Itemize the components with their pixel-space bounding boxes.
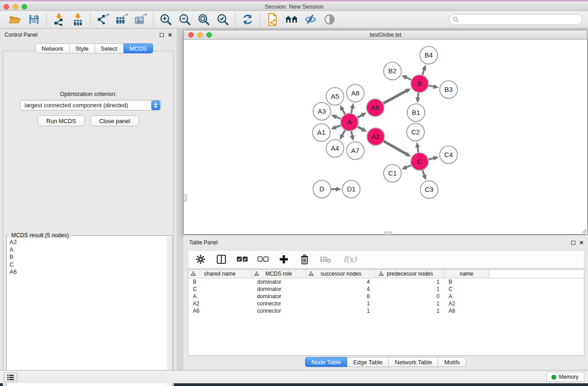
panel-divider[interactable] (177, 29, 183, 370)
mcds-result-item[interactable]: B (10, 253, 167, 261)
tab-network-table[interactable]: Network Table (389, 357, 438, 367)
graph-node-label: A2 (372, 133, 380, 140)
criterion-dropdown[interactable]: largest connected component (directed) (20, 100, 161, 110)
column-header-successor-nodes[interactable]: successor nodes (306, 270, 376, 278)
graph-node-A7[interactable]: A7 (347, 142, 364, 160)
show-panels-menu-button[interactable] (4, 372, 17, 382)
column-header-name[interactable]: name (444, 270, 489, 278)
import-table-button[interactable] (70, 12, 86, 27)
split-view-button[interactable] (215, 253, 227, 265)
tab-motifs[interactable]: Motifs (438, 357, 466, 367)
memory-label: Memory (559, 374, 578, 380)
mcds-result-item[interactable]: A6 (10, 268, 167, 276)
graph-node-A5[interactable]: A5 (326, 88, 344, 105)
network-canvas[interactable]: B4B2BB3A8A5A6A3B1AA1C2A2A4A7C4CC1C3DD1 (184, 40, 587, 234)
tab-network[interactable]: Network (35, 43, 70, 53)
export-image-button[interactable] (133, 12, 148, 27)
float-table-panel-icon[interactable] (571, 241, 575, 245)
search-container (449, 14, 583, 25)
table-settings-button[interactable] (195, 253, 206, 265)
graph-node-C[interactable]: C (411, 153, 429, 171)
graph-node-C2[interactable]: C2 (407, 124, 425, 141)
graph-node-A6[interactable]: A6 (367, 99, 384, 117)
zoom-out-button[interactable] (177, 12, 192, 27)
table-panel: Table Panel × (183, 235, 588, 370)
table-row[interactable]: A6connector11A6 (188, 307, 584, 315)
refresh-button[interactable] (240, 12, 255, 27)
export-network-button[interactable] (95, 12, 110, 27)
graph-node-C3[interactable]: C3 (421, 181, 438, 199)
column-header-shared-name[interactable]: shared name (188, 270, 252, 278)
close-table-panel-icon[interactable]: × (579, 240, 583, 245)
result-scrollbar[interactable] (167, 236, 172, 386)
column-header-MCDS-role[interactable]: MCDS role (252, 270, 306, 278)
graph-node-B1[interactable]: B1 (407, 104, 425, 122)
status-bar: Memory (0, 370, 588, 383)
graph-node-C1[interactable]: C1 (384, 165, 402, 182)
table-cell: C (444, 286, 489, 292)
graph-node-A8[interactable]: A8 (347, 85, 364, 102)
function-builder-button[interactable]: f(x) (340, 253, 359, 265)
hide-details-button[interactable] (303, 12, 318, 27)
tab-select[interactable]: Select (95, 43, 124, 53)
delete-columns-button[interactable] (299, 253, 311, 265)
bottom-splitter-grip[interactable] (385, 232, 392, 235)
graph-node-label: C3 (425, 186, 433, 193)
graph-node-D1[interactable]: D1 (343, 181, 360, 198)
table-panel-header: Table Panel × (183, 235, 588, 247)
network-from-clipboard-button[interactable] (265, 12, 280, 27)
resize-grip-icon[interactable] (580, 227, 587, 234)
criterion-value: largest connected component (directed) (20, 102, 151, 109)
mcds-result-item[interactable]: A2 (10, 238, 167, 246)
home-layout-button[interactable] (284, 12, 299, 27)
select-all-button[interactable] (236, 253, 248, 265)
column-header-predecessor-nodes[interactable]: predecessor nodes (376, 270, 444, 278)
open-file-button[interactable] (7, 12, 23, 27)
float-panel-icon[interactable] (160, 33, 164, 37)
zoom-fit-icon (197, 13, 210, 26)
graph-node-A1[interactable]: A1 (313, 124, 330, 142)
search-input[interactable] (449, 14, 583, 25)
zoom-out-icon (178, 13, 191, 26)
memory-button[interactable]: Memory (546, 372, 584, 382)
zoom-fit-button[interactable] (196, 12, 211, 27)
zoom-in-button[interactable] (158, 12, 173, 27)
run-mcds-button[interactable]: Run MCDS (38, 115, 85, 126)
export-table-button[interactable] (114, 12, 129, 27)
mcds-result-item[interactable]: C (10, 261, 167, 269)
add-column-button[interactable] (278, 253, 290, 265)
graph-node-A[interactable]: A (341, 114, 359, 131)
table-cell: dominator (252, 286, 306, 292)
table-row[interactable]: Bdominator41B (188, 278, 584, 286)
close-panel-icon[interactable]: × (168, 33, 172, 37)
left-splitter-grip[interactable] (183, 194, 186, 201)
tab-mcds[interactable]: MCDS (124, 43, 153, 53)
table-row[interactable]: Cdominator41C (188, 286, 584, 293)
graph-node-A2[interactable]: A2 (367, 128, 385, 146)
deselect-all-button[interactable] (257, 253, 269, 265)
close-panel-button[interactable]: Close panel (91, 115, 139, 126)
show-graphics-details-button[interactable] (322, 12, 337, 27)
network-window-titlebar[interactable]: testGlobe.txt (184, 30, 587, 40)
zoom-in-icon (159, 13, 172, 26)
table-row[interactable]: Adominator80A (188, 293, 584, 300)
graph-node-B2[interactable]: B2 (384, 62, 402, 80)
save-session-button[interactable] (26, 12, 42, 27)
import-network-button[interactable] (51, 12, 67, 27)
graph-node-A4[interactable]: A4 (326, 140, 344, 157)
graph-node-C4[interactable]: C4 (440, 146, 458, 164)
graph-node-D[interactable]: D (313, 181, 331, 198)
tab-node-table[interactable]: Node Table (305, 357, 348, 367)
table-row[interactable]: A2connector11A2 (188, 300, 584, 307)
tab-style[interactable]: Style (70, 43, 95, 53)
zoom-selected-button[interactable] (215, 12, 230, 27)
graph-node-A3[interactable]: A3 (313, 103, 331, 120)
graph-node-label: C (417, 157, 422, 165)
mcds-result-item[interactable]: A (10, 246, 167, 254)
graph-node-B3[interactable]: B3 (440, 81, 458, 99)
table-cell: A (188, 293, 252, 300)
graph-node-B[interactable]: B (411, 75, 429, 93)
graph-node-B4[interactable]: B4 (420, 47, 438, 64)
tab-edge-table[interactable]: Edge Table (347, 357, 389, 367)
delete-table-button[interactable] (320, 253, 331, 265)
